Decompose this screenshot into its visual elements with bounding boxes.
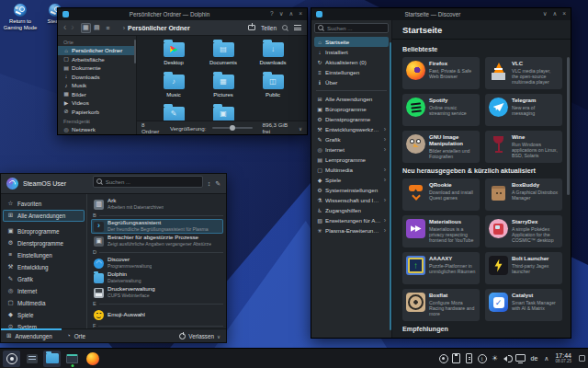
discover-search[interactable]: [314, 23, 389, 33]
discover-sidebar-über[interactable]: ℹÜber: [314, 77, 389, 87]
window-max-button[interactable]: ∧: [288, 11, 293, 17]
discover-sidebar-dienstprogramme[interactable]: ⚙Dienstprogramme: [314, 114, 389, 124]
places-item-musik[interactable]: ♪Musik: [58, 81, 136, 90]
list-view-button[interactable]: ≡: [103, 23, 113, 33]
discover-sidebar-grafik[interactable]: ✎Grafik›: [314, 134, 389, 144]
folder-pictures[interactable]: ▦Pictures: [198, 70, 248, 102]
app-card-aaaaxy[interactable]: AAAAXYPuzzle-Platformer in unmöglichen R…: [402, 252, 480, 284]
folder-music[interactable]: ♪Music: [149, 70, 198, 102]
show-desktop-button[interactable]: [579, 355, 585, 362]
kickoff-category-system[interactable]: ⊙System: [1, 321, 86, 328]
folder-videos[interactable]: ▣Videos: [198, 102, 248, 121]
kickoff-category-alle-anwendungen[interactable]: ⊞Alle Anwendungen: [3, 210, 85, 222]
places-item-bilder[interactable]: ▦Bilder: [58, 90, 136, 99]
kickoff-app-begrüßungsassistent[interactable]: BegrüßungsassistentDer freundliche Begrü…: [91, 219, 223, 234]
expand-tray-icon[interactable]: [542, 355, 550, 362]
kickoff-category-internet[interactable]: ◎Internet: [1, 285, 86, 297]
avatar[interactable]: [6, 178, 18, 190]
launcher-taskbar-button[interactable]: [3, 351, 20, 367]
discover-content[interactable]: BeliebtesteFirefoxFast, Private & Safe W…: [392, 40, 571, 338]
window-help-button[interactable]: ?: [270, 11, 274, 17]
app-card-wine[interactable]: WineRun Windows applications on Linux, B…: [485, 131, 562, 163]
forward-button[interactable]: ›: [71, 23, 74, 32]
window-close-button[interactable]: ×: [562, 11, 566, 17]
back-button[interactable]: ‹: [63, 23, 66, 32]
pin-icon[interactable]: ✎: [215, 180, 220, 187]
discover-sidebar-alle-anwendungen[interactable]: ⊞Alle Anwendungen: [314, 94, 389, 104]
discover-sidebar-lernprogramme[interactable]: ▤Lernprogramme: [314, 155, 389, 165]
discover-sidebar-entwicklungswerkzeuge[interactable]: ⚒Entwicklungswerkzeuge›: [314, 124, 389, 134]
dolphin-titlebar[interactable]: Persönlicher Ordner — Dolphin ?∨∧×: [58, 8, 307, 20]
leave-button[interactable]: Verlassen: [179, 333, 220, 339]
window-min-button[interactable]: ∨: [543, 11, 548, 17]
search-input[interactable]: [327, 25, 385, 31]
app-card-spotify[interactable]: SpotifyOnline music streaming service: [402, 94, 480, 126]
info-tray-icon[interactable]: [477, 352, 488, 365]
app-card-boxflat[interactable]: BoxflatConfigure Moza Racing hardware an…: [402, 289, 480, 321]
discover-sidebar-zugangshilfen[interactable]: ♿Zugangshilfen: [314, 205, 389, 215]
app-card-qrookie[interactable]: QRookieDownload and install Quest games: [402, 178, 480, 211]
app-card-materialious[interactable]: MaterialiousMaterialious is a privacy re…: [402, 215, 480, 247]
discover-titlebar[interactable]: Startseite — Discover ∨∧×: [311, 8, 571, 20]
kickoff-category-favoriten[interactable]: ☆Favoriten: [1, 198, 86, 210]
discover-sidebar-internet[interactable]: ◎Internet›: [314, 144, 389, 155]
keyboard-layout[interactable]: de: [529, 355, 540, 362]
zoom-slider[interactable]: [212, 127, 252, 129]
folder-desktop[interactable]: Desktop: [149, 38, 198, 70]
breadcrumb[interactable]: Persönlicher Ordner: [123, 25, 190, 31]
window-close-button[interactable]: ×: [299, 11, 302, 17]
share-button[interactable]: Teilen: [261, 25, 277, 31]
discover-sidebar-einstellungen[interactable]: ≡Einstellungen: [314, 67, 389, 77]
kickoff-search[interactable]: [93, 176, 203, 188]
folder-public[interactable]: ◫Public: [248, 70, 298, 102]
places-item-downloads[interactable]: ↓Downloads: [58, 73, 136, 82]
tab-applications[interactable]: Anwendungen: [15, 333, 51, 339]
places-item-persönlicher-ordner[interactable]: ⌂Persönlicher Ordner: [58, 46, 136, 55]
desktop-icon-return-to-gaming-mode[interactable]: Return to Gaming Mode: [2, 4, 39, 30]
folder-documents[interactable]: ▤Documents: [198, 38, 248, 70]
app-card-gnu-image-manipulation[interactable]: GNU Image ManipulationBilder erstellen u…: [402, 131, 480, 163]
folder-downloads[interactable]: ↓Downloads: [248, 38, 298, 70]
devices-tray-icon[interactable]: [464, 352, 475, 365]
app-card-boxbuddy[interactable]: BoxBuddyA Graphical Distrobox Manager: [485, 178, 562, 211]
kickoff-category-multimedia[interactable]: ▢Multimedia: [1, 297, 86, 309]
search-icon[interactable]: [282, 25, 288, 31]
discover-sidebar-multimedia[interactable]: ▢Multimedia›: [314, 165, 389, 175]
app-card-vlc[interactable]: VLCVLC media player, the open-source mul…: [485, 57, 562, 89]
digital-clock[interactable]: 17:44 08.07.25: [553, 352, 573, 364]
menu-icon[interactable]: [294, 25, 301, 30]
sort-icon[interactable]: ↕: [208, 180, 211, 187]
window-max-button[interactable]: ∧: [552, 11, 557, 17]
search-input[interactable]: [106, 178, 199, 185]
places-item-dokumente[interactable]: ▤Dokumente: [58, 63, 136, 73]
kickoff-app-discover[interactable]: DiscoverProgrammverwaltung: [91, 256, 223, 270]
icons-view-button[interactable]: ▦: [81, 23, 91, 33]
app-card-firefox[interactable]: FirefoxFast, Private & Safe Web Browser: [402, 57, 480, 89]
kickoff-app-dolphin[interactable]: DolphinDateiverwaltung: [91, 270, 223, 285]
places-item-arbeitsfläche[interactable]: ▢Arbeitsfläche: [58, 55, 136, 64]
dolphin-taskbar-button[interactable]: [43, 351, 61, 367]
details-view-button[interactable]: ▤: [92, 23, 102, 33]
kickoff-category-grafik[interactable]: ✎Grafik: [1, 273, 86, 285]
app-card-bolt-launcher[interactable]: Bolt LauncherThird-party Jagex launcher: [485, 252, 562, 284]
app-card-starrydex[interactable]: StarryDexA simple Pokédex Application fo…: [485, 215, 562, 247]
kickoff-app-betrachter-für-abgestürzte-prozesse[interactable]: Betrachter für abgestürzte ProzesseZeigt…: [91, 234, 223, 248]
folder-templates[interactable]: ✎Templates: [149, 102, 198, 121]
discover-sidebar-wissenschaft-und-ingen[interactable]: ⚗Wissenschaft und Ingen...›: [314, 195, 389, 205]
brightness-tray-icon[interactable]: [490, 352, 501, 365]
discover-sidebar-erweiterungen-für-anw[interactable]: ▧Erweiterungen für Anw...›: [314, 215, 389, 225]
steam-tray-icon[interactable]: [438, 352, 449, 365]
discover-sidebar-installiert[interactable]: ↓Installiert: [314, 47, 389, 57]
clipboard-tray-icon[interactable]: [451, 352, 462, 365]
app-card-catalyst[interactable]: CatalystSmart Task Manager with AI & Mat…: [485, 289, 562, 321]
discover-sidebar-systemeinstellungen[interactable]: ⚙Systemeinstellungen: [314, 185, 389, 195]
kickoff-app-druckerverwaltung[interactable]: DruckerverwaltungCUPS Webinterface: [91, 285, 223, 300]
firefox-taskbar-button[interactable]: [84, 351, 101, 367]
kickoff-category-entwicklung[interactable]: ⚒Entwicklung: [1, 261, 86, 273]
tab-places[interactable]: Orte: [74, 333, 85, 339]
kickoff-category-büroprogramme[interactable]: ▣Büroprogramme: [1, 225, 86, 237]
discover-sidebar-büroprogramme[interactable]: ▣Büroprogramme: [314, 104, 389, 114]
kickoff-category-spiele[interactable]: ◆Spiele: [1, 309, 86, 321]
discover-sidebar-spiele[interactable]: ◆Spiele›: [314, 175, 389, 185]
task-list-taskbar-button[interactable]: [23, 351, 40, 367]
